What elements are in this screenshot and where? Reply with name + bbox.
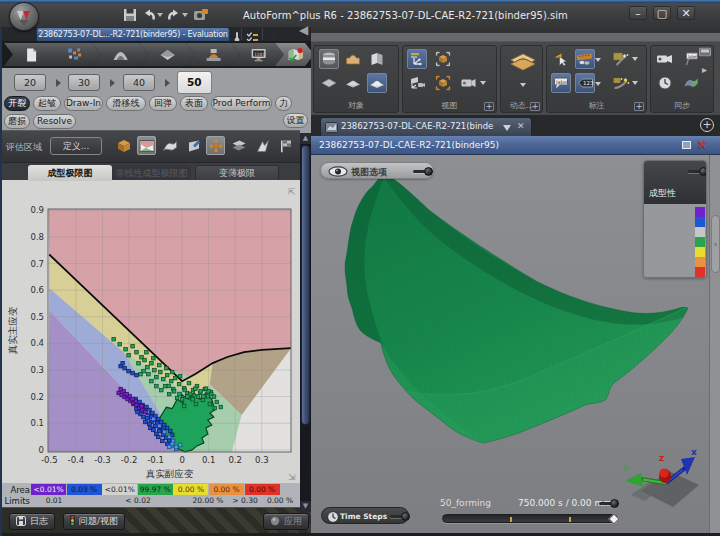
tool-dropdown-icon[interactable] — [480, 81, 486, 85]
scroll-up-icon[interactable]: ▲ — [300, 133, 311, 144]
scroll-down-icon[interactable]: ▼ — [300, 501, 311, 512]
solid-cube-icon[interactable] — [114, 136, 133, 155]
undo-dropdown-icon[interactable] — [157, 13, 163, 17]
toolbar-next-icon[interactable]: ▸ — [702, 64, 707, 75]
view-options-pill[interactable]: 视图选项 — [320, 162, 434, 179]
viewport-restore-icon[interactable] — [682, 141, 691, 149]
sheet-edit-icon[interactable] — [184, 136, 203, 155]
flag-icon[interactable] — [276, 136, 295, 155]
tool-camv-icon[interactable] — [655, 49, 675, 69]
tool-cubeorange-icon[interactable] — [433, 73, 453, 93]
redo-icon[interactable] — [166, 7, 182, 23]
tool-dropdown-icon[interactable] — [595, 82, 601, 86]
fld-chart[interactable]: -0.5-0.4-0.3-0.2-0.100.10.20.300.10.20.3… — [2, 180, 300, 483]
fld-tab-2[interactable]: 非线性成型极限图 — [112, 165, 191, 181]
result-pill-表面[interactable]: 表面 — [180, 96, 208, 111]
time-steps-pill[interactable]: Time Steps — [321, 507, 409, 524]
tool-sheetc-icon[interactable] — [681, 73, 701, 93]
toolbar-overflow-icon[interactable] — [697, 45, 713, 58]
fld-tab-1[interactable]: 成型极限图 — [28, 165, 112, 181]
result-pill-力[interactable]: 力 — [275, 96, 292, 111]
compare-sheets-icon[interactable] — [229, 136, 248, 155]
group-expand-button[interactable]: + — [634, 102, 644, 111]
tool-ruler-icon[interactable] — [575, 49, 595, 69]
time-steps-toggle[interactable] — [390, 512, 410, 521]
tool-axes-icon[interactable] — [407, 49, 427, 69]
tool-cursorflag-icon[interactable] — [551, 49, 571, 69]
session-tab[interactable]: 23862753-07-DL...-R2-721(binder95) - Eva… — [36, 27, 230, 41]
tool-cam-icon[interactable] — [459, 73, 479, 93]
minimize-button[interactable]: – — [629, 6, 647, 20]
scrollbar-thumb[interactable] — [301, 145, 310, 425]
left-panel-scrollbar[interactable]: ▲ ▼ — [300, 133, 311, 512]
result-pill-起皱[interactable]: 起皱 — [33, 96, 61, 111]
result-pill-Prod Perform[interactable]: Prod Perform — [211, 96, 272, 111]
save-icon[interactable] — [122, 7, 138, 23]
tool-cubesel-icon[interactable] — [433, 49, 453, 69]
tab-dropdown-icon[interactable] — [503, 125, 511, 131]
tool-dome2-icon[interactable] — [367, 73, 387, 93]
tool-wand2-icon[interactable] — [611, 73, 631, 93]
group-expand-button[interactable]: + — [484, 102, 494, 111]
autoform-logo-icon[interactable] — [9, 2, 39, 31]
legend-toggle[interactable] — [688, 167, 707, 176]
view-options-toggle[interactable] — [413, 167, 433, 176]
tool-tag123-icon[interactable]: 123 — [575, 73, 595, 93]
tool-book-icon[interactable] — [367, 49, 387, 69]
result-pill-Draw-In[interactable]: Draw-In — [64, 96, 103, 111]
step-tab-20[interactable]: 20 — [14, 74, 46, 91]
time-toggle[interactable] — [599, 499, 619, 508]
collapse-left-icon[interactable] — [267, 28, 279, 40]
fld-tab-3[interactable]: 变薄极限 — [195, 165, 279, 181]
checklist-icon[interactable] — [246, 28, 258, 40]
dart-icon[interactable] — [253, 136, 272, 155]
redo-dropdown-icon[interactable] — [182, 13, 188, 17]
result-pill-Resolve[interactable]: Resolve — [33, 114, 76, 129]
fld-diagram-icon[interactable] — [137, 136, 156, 155]
tool-die-icon[interactable] — [343, 49, 363, 69]
viewport-3d[interactable]: 视图选项 成型性 50_forming 750.000 s / 0.00 mm … — [311, 155, 720, 533]
tool-sheetcam-icon[interactable] — [407, 73, 427, 93]
tool-clock-icon[interactable] — [655, 73, 675, 93]
document-tab[interactable]: 23862753-07-DL-CAE-R2-721(binde ✕ — [320, 117, 532, 136]
viewport-title-bar[interactable]: 23862753-07-DL-CAE-R2-721(binder95) ✕ — [311, 136, 720, 155]
tool-dropdown-icon[interactable] — [520, 83, 526, 87]
tool-cyl-icon[interactable] — [319, 49, 339, 69]
settings-button[interactable]: 设置 — [283, 113, 308, 128]
tool-dropdown-icon[interactable] — [595, 58, 601, 62]
tab-close-icon[interactable]: ✕ — [517, 121, 525, 131]
section-move-icon[interactable] — [206, 136, 225, 155]
tool-dropdown-icon[interactable] — [632, 81, 638, 85]
tool-dome1-icon[interactable] — [343, 73, 363, 93]
panel-expand-handle[interactable]: ‹ — [711, 215, 720, 273]
step-tab-50[interactable]: 50 — [177, 71, 212, 94]
tool-dropdown-icon[interactable] — [632, 57, 638, 61]
result-pill-滑移线[interactable]: 滑移线 — [106, 96, 146, 111]
tool-label-icon[interactable]: label — [551, 73, 571, 93]
log-button[interactable]: 日志 — [9, 513, 55, 530]
tool-stack-icon[interactable] — [508, 51, 538, 77]
close-button[interactable]: ✕ — [677, 6, 695, 20]
tool-wand1-icon[interactable] — [611, 49, 631, 69]
apply-button[interactable]: 应用 — [263, 513, 309, 530]
tool-flat-icon[interactable] — [319, 73, 339, 93]
maximize-button[interactable]: ▢ — [653, 6, 671, 20]
step-tab-30[interactable]: 30 — [68, 74, 100, 91]
formed-sheet-icon[interactable] — [160, 136, 179, 155]
resize-grip-icon[interactable]: ⇲ — [288, 473, 297, 482]
add-view-button[interactable]: + — [700, 118, 714, 132]
issues-views-button[interactable]: 问题/视图 — [63, 513, 125, 530]
undo-icon[interactable] — [141, 7, 157, 23]
time-slider[interactable] — [442, 514, 618, 523]
viewport-close-icon[interactable]: ✕ — [696, 137, 707, 152]
define-button[interactable]: 定义... — [50, 137, 102, 155]
panel-splitter-arrow-icon[interactable]: ◀ — [297, 21, 310, 39]
snapshot-icon[interactable] — [193, 7, 209, 23]
step-tab-40[interactable]: 40 — [123, 74, 155, 91]
formability-legend[interactable]: 成型性 — [643, 160, 707, 278]
result-pill-开裂[interactable]: 开裂 — [4, 96, 30, 111]
resize-grip-icon[interactable]: ⇱ — [288, 188, 297, 197]
result-pill-回弹[interactable]: 回弹 — [149, 96, 177, 111]
result-pill-磨损[interactable]: 磨损 — [4, 114, 30, 129]
group-expand-button[interactable]: + — [530, 102, 540, 111]
